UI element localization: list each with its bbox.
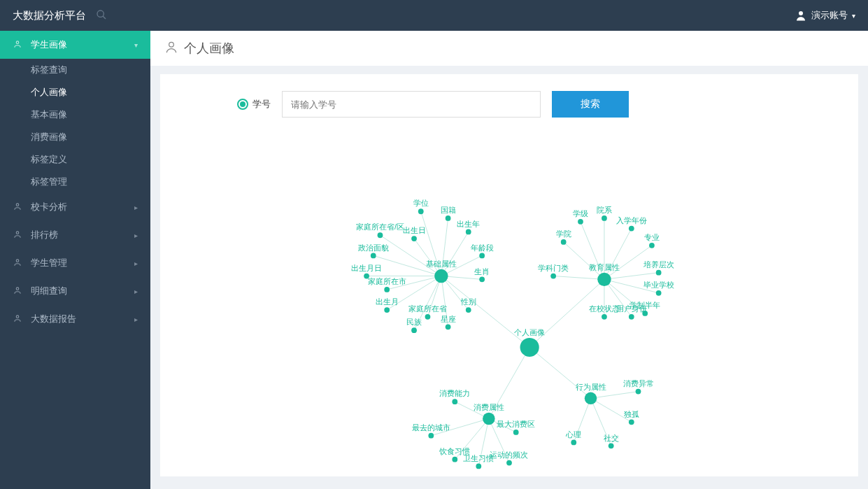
search-button[interactable]: 搜索 bbox=[552, 91, 629, 118]
graph-node[interactable] bbox=[378, 232, 383, 238]
graph-node-label: 民族 bbox=[406, 318, 422, 326]
graph-node-label: 家庭所在省/区 bbox=[356, 222, 404, 231]
graph-node[interactable] bbox=[446, 215, 451, 221]
graph-node-label: 国籍 bbox=[441, 206, 456, 214]
sidebar-section-label: 明细查询 bbox=[31, 285, 67, 297]
graph-node[interactable] bbox=[483, 413, 495, 425]
graph-node[interactable] bbox=[602, 314, 607, 320]
graph-node[interactable] bbox=[418, 208, 424, 214]
graph-node-label: 在校状态 bbox=[589, 304, 620, 313]
graph-edge bbox=[414, 239, 441, 276]
topbar: 大数据分析平台 演示账号 ▾ bbox=[0, 0, 868, 31]
graph-node[interactable] bbox=[602, 215, 607, 221]
graph-node-label: 行为属性 bbox=[576, 383, 606, 391]
graph-edge bbox=[441, 276, 529, 348]
graph-node-label: 教育属性 bbox=[589, 263, 620, 271]
graph-node[interactable] bbox=[578, 219, 583, 225]
graph-node[interactable] bbox=[411, 327, 417, 333]
sidebar-section-label: 大数据报告 bbox=[31, 313, 76, 325]
graph-node[interactable] bbox=[452, 457, 457, 462]
graph-node[interactable] bbox=[479, 276, 485, 282]
sidebar-section-label: 学生管理 bbox=[31, 257, 67, 269]
chevron-right-icon: ▸ bbox=[134, 288, 138, 295]
chevron-right-icon: ▸ bbox=[134, 232, 138, 239]
graph-node[interactable] bbox=[434, 269, 448, 283]
chevron-right-icon: ▸ bbox=[134, 204, 138, 211]
graph-node[interactable] bbox=[466, 307, 471, 313]
graph-edge bbox=[591, 392, 639, 399]
graph-node[interactable] bbox=[609, 443, 614, 448]
sidebar-section-4[interactable]: 明细查询▸ bbox=[0, 277, 150, 305]
graph-node-label: 运动的频次 bbox=[490, 451, 529, 459]
graph-node[interactable] bbox=[636, 389, 641, 395]
graph-node-label: 生肖 bbox=[474, 267, 490, 276]
graph-edge bbox=[380, 235, 441, 276]
gear-icon bbox=[13, 257, 24, 269]
trophy-icon bbox=[13, 229, 24, 241]
graph-node-label: 年龄段 bbox=[471, 243, 494, 252]
sidebar-item-0-5[interactable]: 标签管理 bbox=[0, 171, 150, 193]
sidebar-item-0-2[interactable]: 基本画像 bbox=[0, 104, 150, 126]
svg-point-9 bbox=[169, 42, 174, 47]
graph-node[interactable] bbox=[384, 287, 390, 292]
username: 演示账号 bbox=[811, 9, 848, 22]
sidebar-section-2[interactable]: 排行榜▸ bbox=[0, 221, 150, 249]
graph-node[interactable] bbox=[466, 229, 471, 235]
graph-node[interactable] bbox=[520, 338, 539, 357]
graph-node[interactable] bbox=[649, 243, 655, 248]
graph-node[interactable] bbox=[384, 307, 390, 313]
search-input[interactable] bbox=[282, 91, 541, 118]
sidebar-section-0[interactable]: 学生画像▾ bbox=[0, 31, 150, 59]
user-group-icon bbox=[13, 39, 24, 51]
graph-node[interactable] bbox=[597, 273, 611, 286]
graph-node[interactable] bbox=[452, 399, 457, 404]
graph-node[interactable] bbox=[506, 460, 512, 466]
page-header: 个人画像 bbox=[150, 31, 868, 66]
graph-node[interactable] bbox=[561, 239, 567, 245]
search-icon[interactable] bbox=[96, 9, 107, 22]
graph-node[interactable] bbox=[550, 274, 556, 279]
graph-node[interactable] bbox=[446, 324, 451, 329]
relationship-graph[interactable]: 学位国籍出生年年龄段生肖性别星座民族家庭所在省出生月出生月日家庭所在市政治面貌家… bbox=[160, 123, 858, 476]
sidebar-item-0-4[interactable]: 标签定义 bbox=[0, 148, 150, 171]
graph-node[interactable] bbox=[629, 314, 634, 320]
graph-node[interactable] bbox=[513, 430, 519, 435]
sidebar-section-label: 排行榜 bbox=[31, 229, 58, 241]
graph-node-label: 学位 bbox=[413, 199, 429, 207]
sidebar-section-1[interactable]: 校卡分析▸ bbox=[0, 193, 150, 221]
chevron-right-icon: ▸ bbox=[134, 316, 138, 323]
sidebar-item-0-3[interactable]: 消费画像 bbox=[0, 126, 150, 148]
graph-node-label: 出生日 bbox=[403, 226, 426, 234]
content-panel: 学号 搜索 学位国籍出生年年龄段生肖性别星座民族家庭所在省出生月出生月日家庭所在… bbox=[160, 74, 858, 476]
graph-node-label: 性别 bbox=[460, 297, 476, 306]
graph-node[interactable] bbox=[411, 236, 417, 241]
graph-edge bbox=[564, 242, 604, 279]
graph-node[interactable] bbox=[476, 464, 481, 469]
graph-node[interactable] bbox=[428, 433, 434, 439]
graph-node-label: 用户身份 bbox=[616, 304, 647, 313]
main-content: 个人画像 学号 搜索 学位国籍出生年年龄段生肖性别星座民族家庭所在省出生月出生月… bbox=[150, 31, 868, 489]
graph-node-label: 家庭所在市 bbox=[368, 277, 406, 285]
graph-node-label: 出生年 bbox=[457, 220, 480, 228]
graph-node[interactable] bbox=[571, 440, 576, 446]
graph-node-label: 出生月日 bbox=[351, 264, 382, 272]
graph-node[interactable] bbox=[479, 253, 485, 258]
graph-node[interactable] bbox=[656, 270, 662, 276]
svg-point-6 bbox=[16, 259, 19, 262]
graph-node-label: 学科门类 bbox=[538, 264, 569, 272]
radio-student-id[interactable]: 学号 bbox=[237, 98, 271, 111]
graph-node[interactable] bbox=[629, 419, 634, 425]
graph-node[interactable] bbox=[656, 290, 662, 296]
sidebar-item-0-1[interactable]: 个人画像 bbox=[0, 81, 150, 104]
graph-node-label: 星座 bbox=[441, 315, 456, 323]
sidebar-item-0-0[interactable]: 标签查询 bbox=[0, 59, 150, 81]
sidebar-section-3[interactable]: 学生管理▸ bbox=[0, 249, 150, 277]
graph-node[interactable] bbox=[629, 226, 634, 232]
graph-node[interactable] bbox=[371, 253, 376, 258]
user-menu[interactable]: 演示账号 ▾ bbox=[795, 9, 855, 22]
svg-point-8 bbox=[16, 315, 19, 318]
graph-node[interactable] bbox=[425, 314, 431, 320]
brand-title: 大数据分析平台 bbox=[13, 9, 86, 22]
sidebar-section-5[interactable]: 大数据报告▸ bbox=[0, 305, 150, 333]
graph-node[interactable] bbox=[585, 392, 597, 404]
